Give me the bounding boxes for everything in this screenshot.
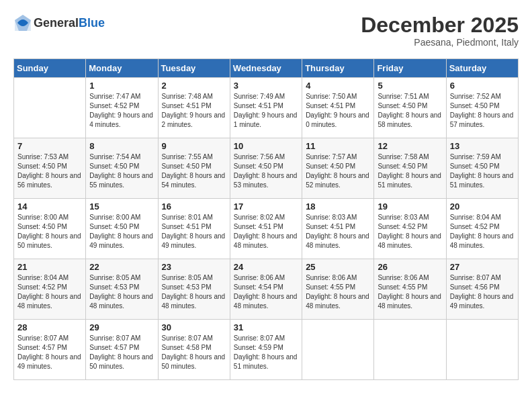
calendar-cell: 4Sunrise: 7:50 AMSunset: 4:51 PMDaylight… — [302, 78, 374, 138]
day-info: Sunrise: 8:05 AMSunset: 4:53 PMDaylight:… — [89, 273, 154, 311]
day-info: Sunrise: 8:07 AMSunset: 4:59 PMDaylight:… — [234, 334, 298, 371]
day-number: 31 — [234, 322, 298, 332]
calendar-cell: 5Sunrise: 7:51 AMSunset: 4:50 PMDaylight… — [374, 78, 446, 138]
day-info: Sunrise: 7:47 AMSunset: 4:52 PMDaylight:… — [89, 92, 154, 130]
day-number: 14 — [17, 201, 82, 212]
day-info: Sunrise: 7:58 AMSunset: 4:50 PMDaylight:… — [378, 152, 442, 190]
calendar-cell: 22Sunrise: 8:05 AMSunset: 4:53 PMDayligh… — [86, 259, 158, 320]
day-info: Sunrise: 8:06 AMSunset: 4:55 PMDaylight:… — [378, 273, 442, 311]
day-info: Sunrise: 7:52 AMSunset: 4:50 PMDaylight:… — [450, 92, 515, 130]
day-number: 28 — [17, 322, 82, 332]
day-info: Sunrise: 8:00 AMSunset: 4:50 PMDaylight:… — [17, 213, 82, 250]
calendar-cell: 25Sunrise: 8:06 AMSunset: 4:55 PMDayligh… — [302, 259, 374, 320]
day-info: Sunrise: 7:49 AMSunset: 4:51 PMDaylight:… — [234, 92, 298, 130]
day-number: 27 — [450, 262, 515, 272]
calendar-cell: 12Sunrise: 7:58 AMSunset: 4:50 PMDayligh… — [374, 138, 446, 199]
calendar-cell — [302, 320, 374, 380]
day-number: 29 — [89, 322, 154, 332]
day-number: 5 — [378, 81, 442, 91]
calendar-cell: 28Sunrise: 8:07 AMSunset: 4:57 PMDayligh… — [14, 320, 86, 380]
day-number: 9 — [162, 141, 226, 151]
day-number: 20 — [450, 201, 515, 212]
day-number: 8 — [89, 141, 154, 151]
calendar-week-row: 21Sunrise: 8:04 AMSunset: 4:52 PMDayligh… — [14, 259, 519, 320]
day-number: 10 — [234, 141, 298, 151]
day-info: Sunrise: 7:57 AMSunset: 4:50 PMDaylight:… — [306, 152, 370, 190]
day-number: 3 — [234, 81, 298, 91]
calendar-cell — [374, 320, 446, 380]
day-info: Sunrise: 7:53 AMSunset: 4:50 PMDaylight:… — [17, 152, 82, 190]
calendar-cell: 27Sunrise: 8:07 AMSunset: 4:56 PMDayligh… — [446, 259, 518, 320]
column-header-saturday: Saturday — [446, 59, 518, 78]
column-header-tuesday: Tuesday — [158, 59, 230, 78]
calendar-cell: 16Sunrise: 8:01 AMSunset: 4:51 PMDayligh… — [158, 199, 230, 259]
day-number: 18 — [306, 201, 370, 212]
calendar-header-row: SundayMondayTuesdayWednesdayThursdayFrid… — [14, 59, 519, 78]
month-title: December 2025 — [361, 13, 519, 37]
column-header-wednesday: Wednesday — [230, 59, 302, 78]
day-info: Sunrise: 8:01 AMSunset: 4:51 PMDaylight:… — [162, 213, 226, 250]
location-subtitle: Paesana, Piedmont, Italy — [361, 37, 519, 48]
calendar-cell: 21Sunrise: 8:04 AMSunset: 4:52 PMDayligh… — [14, 259, 86, 320]
day-info: Sunrise: 7:48 AMSunset: 4:51 PMDaylight:… — [162, 92, 226, 130]
logo: GeneralBlue — [13, 13, 105, 32]
day-number: 16 — [162, 201, 226, 212]
calendar-cell: 20Sunrise: 8:04 AMSunset: 4:52 PMDayligh… — [446, 199, 518, 259]
day-info: Sunrise: 8:06 AMSunset: 4:55 PMDaylight:… — [306, 273, 370, 311]
day-number: 17 — [234, 201, 298, 212]
calendar-cell: 18Sunrise: 8:03 AMSunset: 4:51 PMDayligh… — [302, 199, 374, 259]
calendar-week-row: 14Sunrise: 8:00 AMSunset: 4:50 PMDayligh… — [14, 199, 519, 259]
calendar-cell: 26Sunrise: 8:06 AMSunset: 4:55 PMDayligh… — [374, 259, 446, 320]
calendar-cell: 8Sunrise: 7:54 AMSunset: 4:50 PMDaylight… — [86, 138, 158, 199]
calendar-cell: 29Sunrise: 8:07 AMSunset: 4:57 PMDayligh… — [86, 320, 158, 380]
day-number: 12 — [378, 141, 442, 151]
calendar-cell: 14Sunrise: 8:00 AMSunset: 4:50 PMDayligh… — [14, 199, 86, 259]
logo-blue: Blue — [79, 16, 105, 30]
logo-general: General — [34, 16, 79, 30]
calendar-week-row: 7Sunrise: 7:53 AMSunset: 4:50 PMDaylight… — [14, 138, 519, 199]
calendar-cell: 11Sunrise: 7:57 AMSunset: 4:50 PMDayligh… — [302, 138, 374, 199]
day-info: Sunrise: 8:05 AMSunset: 4:53 PMDaylight:… — [162, 273, 226, 311]
day-info: Sunrise: 7:59 AMSunset: 4:50 PMDaylight:… — [450, 152, 515, 190]
calendar-cell: 1Sunrise: 7:47 AMSunset: 4:52 PMDaylight… — [86, 78, 158, 138]
day-number: 2 — [162, 81, 226, 91]
day-info: Sunrise: 8:02 AMSunset: 4:51 PMDaylight:… — [234, 213, 298, 250]
column-header-sunday: Sunday — [14, 59, 86, 78]
day-number: 26 — [378, 262, 442, 272]
day-number: 4 — [306, 81, 370, 91]
calendar-cell: 31Sunrise: 8:07 AMSunset: 4:59 PMDayligh… — [230, 320, 302, 380]
calendar-cell — [446, 320, 518, 380]
day-number: 1 — [89, 81, 154, 91]
calendar-cell: 30Sunrise: 8:07 AMSunset: 4:58 PMDayligh… — [158, 320, 230, 380]
column-header-thursday: Thursday — [302, 59, 374, 78]
day-number: 7 — [17, 141, 82, 151]
day-info: Sunrise: 8:03 AMSunset: 4:52 PMDaylight:… — [378, 213, 442, 250]
title-area: December 2025 Paesana, Piedmont, Italy — [361, 13, 519, 48]
column-header-friday: Friday — [374, 59, 446, 78]
day-info: Sunrise: 7:55 AMSunset: 4:50 PMDaylight:… — [162, 152, 226, 190]
calendar-cell: 7Sunrise: 7:53 AMSunset: 4:50 PMDaylight… — [14, 138, 86, 199]
logo-icon — [13, 13, 32, 32]
calendar-cell: 19Sunrise: 8:03 AMSunset: 4:52 PMDayligh… — [374, 199, 446, 259]
day-number: 22 — [89, 262, 154, 272]
calendar-cell: 24Sunrise: 8:06 AMSunset: 4:54 PMDayligh… — [230, 259, 302, 320]
calendar-table: SundayMondayTuesdayWednesdayThursdayFrid… — [13, 58, 519, 380]
calendar-cell: 6Sunrise: 7:52 AMSunset: 4:50 PMDaylight… — [446, 78, 518, 138]
day-info: Sunrise: 8:07 AMSunset: 4:58 PMDaylight:… — [162, 334, 226, 371]
day-info: Sunrise: 7:54 AMSunset: 4:50 PMDaylight:… — [89, 152, 154, 190]
calendar-cell: 9Sunrise: 7:55 AMSunset: 4:50 PMDaylight… — [158, 138, 230, 199]
column-header-monday: Monday — [86, 59, 158, 78]
day-number: 13 — [450, 141, 515, 151]
day-info: Sunrise: 8:06 AMSunset: 4:54 PMDaylight:… — [234, 273, 298, 311]
day-info: Sunrise: 8:04 AMSunset: 4:52 PMDaylight:… — [450, 213, 515, 250]
day-info: Sunrise: 8:00 AMSunset: 4:50 PMDaylight:… — [89, 213, 154, 250]
calendar-cell: 2Sunrise: 7:48 AMSunset: 4:51 PMDaylight… — [158, 78, 230, 138]
day-info: Sunrise: 8:04 AMSunset: 4:52 PMDaylight:… — [17, 273, 82, 311]
day-number: 6 — [450, 81, 515, 91]
day-info: Sunrise: 8:07 AMSunset: 4:57 PMDaylight:… — [17, 334, 82, 371]
day-number: 24 — [234, 262, 298, 272]
calendar-week-row: 1Sunrise: 7:47 AMSunset: 4:52 PMDaylight… — [14, 78, 519, 138]
calendar-week-row: 28Sunrise: 8:07 AMSunset: 4:57 PMDayligh… — [14, 320, 519, 380]
day-info: Sunrise: 7:56 AMSunset: 4:50 PMDaylight:… — [234, 152, 298, 190]
day-number: 19 — [378, 201, 442, 212]
